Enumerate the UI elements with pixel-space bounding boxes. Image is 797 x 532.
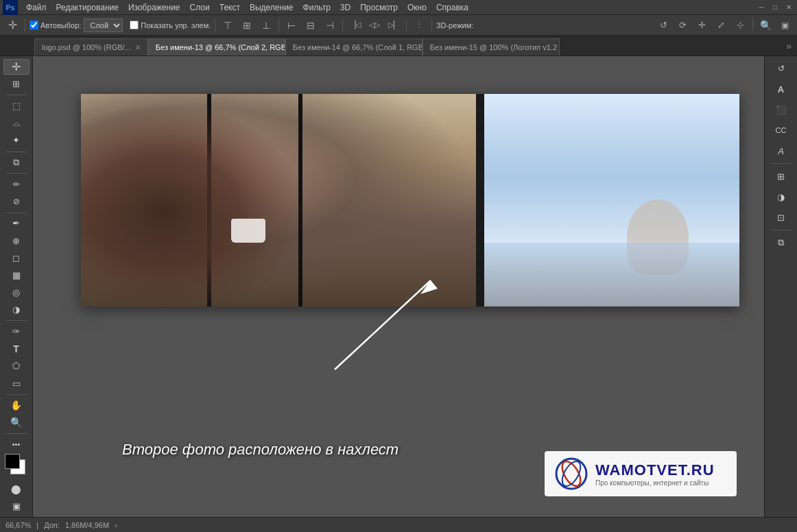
- menu-edit[interactable]: Редактирование: [52, 0, 123, 15]
- canvas-area[interactable]: Второе фото расположено в нахлест WAMOTV…: [33, 56, 764, 517]
- panel-char2-btn[interactable]: A: [768, 141, 794, 160]
- path-tool[interactable]: ⬠: [3, 358, 29, 374]
- color-swatch-container[interactable]: [5, 454, 28, 477]
- panel-rotate-btn[interactable]: ⊡: [768, 208, 794, 227]
- panel-cc-btn[interactable]: CC: [768, 121, 794, 140]
- menu-select[interactable]: Выделение: [246, 0, 298, 15]
- toolbar-sep-5: [406, 19, 407, 32]
- document-canvas: [81, 94, 739, 306]
- pen-tool[interactable]: ✑: [3, 324, 29, 339]
- distribute-center-button[interactable]: ◁▷: [366, 17, 383, 34]
- panel-layers-btn[interactable]: ⧉: [768, 233, 794, 252]
- tool-sep-4: [6, 213, 27, 213]
- toolbar-sep-7: [752, 17, 753, 31]
- menu-help[interactable]: Справка: [432, 0, 473, 15]
- screen-mode-button[interactable]: ▣: [3, 498, 29, 514]
- panel-color-btn[interactable]: ⬛: [768, 100, 794, 119]
- tab-logo-close[interactable]: ✕: [135, 44, 141, 51]
- menu-view[interactable]: Просмотр: [356, 0, 402, 15]
- maximize-button[interactable]: □: [770, 2, 781, 13]
- zoom-tool[interactable]: 🔍: [3, 415, 29, 431]
- scale-3d-button[interactable]: ⊹: [732, 17, 748, 34]
- rotate-3d-button[interactable]: ↺: [655, 17, 671, 34]
- menu-filter[interactable]: Фильтр: [299, 0, 335, 15]
- align-right-button[interactable]: ⊣: [322, 17, 338, 34]
- panel-grid-btn[interactable]: ⊞: [768, 167, 794, 186]
- panel-history-btn[interactable]: ↺: [768, 59, 794, 78]
- main-area: ✛ ⊞ ⬚ ⌓ ✦ ⧉ ✏ ⊘ ✒ ⊕ ◻ ▦ ◎ ◑ ✑ T ⬠ ▭ ✋ 🔍 …: [0, 56, 797, 517]
- artboard-tool[interactable]: ⊞: [3, 76, 29, 92]
- panel-char-btn[interactable]: A: [768, 80, 794, 99]
- show-transform-checkbox[interactable]: [130, 21, 139, 29]
- panel-adj-btn[interactable]: ◑: [768, 187, 794, 206]
- wm-title-wam: WAM: [595, 461, 634, 479]
- patch-tool[interactable]: ⊘: [3, 193, 29, 209]
- foreground-swatch[interactable]: [5, 454, 20, 469]
- autoselect-checkbox-group: Автовыбор:: [29, 21, 81, 29]
- annotation-caption: Второе фото расположено в нахлест: [122, 441, 398, 459]
- doc-size: 1,86М/4,96М: [65, 521, 109, 529]
- distribute-spacing-button[interactable]: ⋮: [411, 17, 427, 34]
- tool-sep-6: [6, 394, 27, 395]
- distribute-left-button[interactable]: ▕◁: [347, 17, 364, 34]
- brush-tool[interactable]: ✒: [3, 215, 29, 231]
- align-top-button[interactable]: ⊤: [219, 17, 236, 34]
- photo-left-content: [81, 94, 476, 306]
- roll-3d-button[interactable]: ⟳: [674, 17, 691, 34]
- eraser-tool[interactable]: ◻: [3, 250, 29, 266]
- text-tool[interactable]: T: [3, 341, 29, 356]
- dodge-tool[interactable]: ◑: [3, 302, 29, 317]
- blur-tool[interactable]: ◎: [3, 285, 29, 300]
- menu-image[interactable]: Изображение: [124, 0, 185, 15]
- menu-text[interactable]: Текст: [215, 0, 244, 15]
- extra-tools[interactable]: •••: [3, 437, 29, 452]
- eyedropper-tool[interactable]: ✏: [3, 176, 29, 192]
- align-hcenter-button[interactable]: ⊟: [302, 17, 319, 34]
- color-swatches: [5, 454, 28, 477]
- marquee-tool[interactable]: ⬚: [3, 98, 29, 114]
- toolbar-sep-3: [278, 19, 279, 32]
- status-sep: |: [36, 521, 38, 529]
- distribute-right-button[interactable]: ▷▏: [385, 17, 402, 34]
- minimize-button[interactable]: ─: [756, 2, 767, 13]
- tab-unnamed-15[interactable]: Без имени-15 @ 100% (Логотип v1.2 - whit…: [423, 38, 560, 56]
- panel-toggle-button[interactable]: ▣: [776, 17, 793, 34]
- menu-layers[interactable]: Слои: [186, 0, 214, 15]
- move-tool[interactable]: ✛: [3, 59, 29, 75]
- tab-unnamed-14[interactable]: Без имени-14 @ 66,7% (Слой 1, RGB/8... ✕: [285, 38, 423, 56]
- left-toolbar: ✛ ⊞ ⬚ ⌓ ✦ ⧉ ✏ ⊘ ✒ ⊕ ◻ ▦ ◎ ◑ ✑ T ⬠ ▭ ✋ 🔍 …: [0, 56, 33, 517]
- tabs-scroll-arrow[interactable]: »: [786, 40, 792, 51]
- status-bar: 66,67% | Доп: 1,86М/4,96М ›: [0, 517, 797, 532]
- clone-tool[interactable]: ⊕: [3, 233, 29, 249]
- quick-mask-button[interactable]: ⬤: [3, 481, 29, 497]
- layer-select[interactable]: Слой: [84, 19, 123, 32]
- lasso-tool[interactable]: ⌓: [3, 115, 29, 131]
- wand-tool[interactable]: ✦: [3, 132, 29, 148]
- align-left-button[interactable]: ⊢: [283, 17, 300, 34]
- watermark-subtitle: Про компьютеры, интернет и сайты: [595, 479, 715, 487]
- crop-tool[interactable]: ⧉: [3, 154, 29, 170]
- menu-window[interactable]: Окно: [403, 0, 431, 15]
- zoom-level: 66,67%: [5, 521, 31, 529]
- show-transform-checkbox-group: Показать упр. элем.: [130, 21, 211, 29]
- search-button[interactable]: 🔍: [757, 17, 774, 34]
- close-button[interactable]: ✕: [783, 2, 794, 13]
- gradient-tool[interactable]: ▦: [3, 267, 29, 283]
- menu-file[interactable]: Файл: [22, 0, 51, 15]
- menu-3d[interactable]: 3D: [336, 0, 355, 15]
- autoselect-label: Автовыбор:: [40, 21, 81, 29]
- tab-logo[interactable]: logo.psd @ 100% (RGB/... ✕: [34, 38, 148, 56]
- tab-unnamed-13[interactable]: Без имени-13 @ 66,7% (Слой 2, RGB/8#) * …: [148, 38, 285, 56]
- shape-tool[interactable]: ▭: [3, 375, 29, 391]
- hand-tool[interactable]: ✋: [3, 397, 29, 413]
- show-transform-label: Показать упр. элем.: [141, 21, 211, 29]
- water-area: [484, 243, 739, 306]
- align-bottom-button[interactable]: ⊥: [258, 17, 274, 34]
- threed-label: 3D-режим:: [436, 21, 473, 29]
- move-options-icon[interactable]: ✛: [4, 17, 21, 34]
- pan-3d-button[interactable]: ✛: [693, 17, 710, 34]
- align-vcenter-button[interactable]: ⊞: [239, 17, 255, 34]
- slide-3d-button[interactable]: ⤢: [713, 17, 729, 34]
- status-arrow-btn[interactable]: ›: [115, 521, 117, 529]
- autoselect-checkbox[interactable]: [29, 21, 38, 29]
